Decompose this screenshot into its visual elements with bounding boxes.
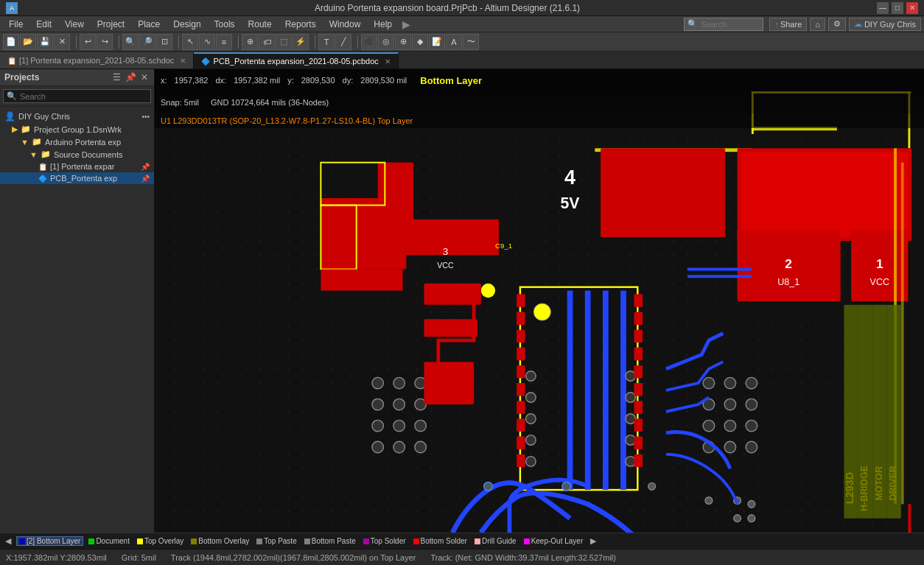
menu-view[interactable]: View [59, 16, 90, 32]
layer-toppaste-label: Top Paste [264, 537, 296, 545]
account-button[interactable]: ☁ DIY Guy Chris [849, 18, 921, 31]
home-button[interactable]: ⌂ [810, 18, 825, 31]
panel-pin-button[interactable]: 📌 [124, 72, 138, 83]
tab-pcb[interactable]: 🔷 PCB_Portenta expansion_2021-08-05.pcbd… [194, 52, 398, 69]
bus-button[interactable]: ≡ [216, 34, 232, 50]
pcb-file-icon: 🔷 [38, 175, 47, 183]
tree-item-schematic-file[interactable]: 📋 [1] Portenta expar 📌 [0, 161, 154, 172]
x-value: 1957,382 [175, 76, 209, 85]
title-bar: A Arduino Portenta expansion board.PrjPc… [0, 0, 924, 16]
layer-keepout-dot [524, 538, 530, 544]
pcb-btn7[interactable]: 〜 [463, 34, 479, 50]
pcb-btn4[interactable]: ◆ [412, 34, 428, 50]
pcb-btn3[interactable]: ⊕ [395, 34, 411, 50]
tree-more-button[interactable]: ••• [141, 113, 150, 121]
panel-close-button[interactable]: ✕ [139, 72, 150, 83]
select-button[interactable]: ↖ [182, 34, 198, 50]
layer-botsolder-label: Bottom Solder [421, 537, 467, 545]
menu-project[interactable]: Project [91, 16, 130, 32]
layer-document[interactable]: Document [86, 537, 132, 545]
tab-bar: 📋 [1] Portenta expansion_2021-08-05.schd… [0, 52, 924, 69]
menu-edit[interactable]: Edit [30, 16, 57, 32]
maximize-button[interactable]: □ [892, 2, 903, 14]
new-doc-button[interactable]: 📄 [3, 34, 19, 50]
add-comp-button[interactable]: ⊕ [242, 34, 258, 50]
x-label: x: [161, 76, 167, 85]
menu-tools[interactable]: Tools [209, 16, 241, 32]
svg-point-33 [415, 420, 426, 431]
close-doc-button[interactable]: ✕ [54, 34, 70, 50]
layer-bottom-paste[interactable]: Bottom Paste [302, 537, 358, 545]
tree-item-project-group[interactable]: ▶ 📁 Project Group 1.DsnWrk [0, 123, 154, 136]
svg-rect-113 [634, 418, 643, 431]
layer-drill-guide[interactable]: Drill Guide [472, 537, 519, 545]
layer-bottom-layer[interactable]: [2] Bottom Layer [16, 536, 83, 546]
svg-rect-71 [901, 163, 904, 505]
text-button[interactable]: T [318, 34, 335, 50]
layer-doc-dot [88, 538, 94, 544]
layer-bottom-solder[interactable]: Bottom Solder [411, 537, 469, 545]
power-port-button[interactable]: ⚡ [293, 34, 309, 50]
schematic-pin-icon: 📌 [141, 163, 150, 171]
panel-search-input[interactable] [20, 92, 147, 101]
close-button[interactable]: ✕ [906, 2, 918, 14]
main-layout: Projects ☰ 📌 ✕ 🔍 👤 DIY Guy Chris ••• ▶ [0, 69, 924, 533]
tab-close-schematic[interactable]: ✕ [180, 57, 186, 65]
tree-item-source-docs[interactable]: ▼ 📁 Source Documents [0, 148, 154, 161]
share-button[interactable]: ↑ Share [769, 18, 807, 31]
tree-item-user[interactable]: 👤 DIY Guy Chris ••• [0, 110, 154, 123]
svg-point-53 [526, 457, 536, 467]
pcb-btn1[interactable]: ⬛ [361, 34, 377, 50]
layer-keepout[interactable]: Keep-Out Layer [522, 537, 586, 545]
menu-window[interactable]: Window [323, 16, 367, 32]
layer-topoverlay-label: Top Overlay [144, 537, 183, 545]
top-search-box[interactable]: 🔍 [684, 18, 763, 31]
top-search-input[interactable] [701, 20, 760, 29]
pcb-canvas-area[interactable]: x: 1957,382 dx: 1957,382 mil y: 2809,530… [155, 69, 924, 533]
pcb-viewport[interactable]: 4 5V 3 VCC 2 U8_1 1 VCC L293D H-BRIDGE M… [155, 91, 924, 533]
layer-top-overlay[interactable]: Top Overlay [135, 537, 186, 545]
pcb-btn6[interactable]: A [446, 34, 462, 50]
panel-menu-button[interactable]: ☰ [111, 72, 122, 83]
menu-place[interactable]: Place [132, 16, 166, 32]
tree-item-arduino[interactable]: ▼ 📁 Arduino Portenta exp [0, 136, 154, 148]
line-button[interactable]: ╱ [335, 34, 351, 50]
layer-bottom-dot [19, 538, 25, 544]
wire-button[interactable]: ∿ [199, 34, 215, 50]
layer-bottom-overlay[interactable]: Bottom Overlay [189, 537, 251, 545]
redo-button[interactable]: ↪ [97, 34, 113, 50]
tree-item-pcb-file[interactable]: 🔷 PCB_Portenta exp 📌 [0, 172, 154, 184]
undo-button[interactable]: ↩ [80, 34, 96, 50]
menu-route[interactable]: Route [242, 16, 278, 32]
port-button[interactable]: ⬚ [276, 34, 292, 50]
net-label-button[interactable]: 🏷 [259, 34, 275, 50]
svg-text:1: 1 [876, 256, 883, 271]
zoom-in-button[interactable]: 🔍 [122, 34, 139, 50]
svg-rect-96 [517, 294, 525, 306]
menu-file[interactable]: File [3, 16, 29, 32]
zoom-fit-button[interactable]: ⊡ [156, 34, 172, 50]
layer-scroll-right[interactable]: ▶ [588, 536, 598, 546]
minimize-button[interactable]: — [877, 2, 889, 14]
save-button[interactable]: 💾 [37, 34, 53, 50]
svg-text:5V: 5V [561, 194, 581, 212]
svg-rect-114 [634, 437, 643, 449]
menu-help[interactable]: Help [368, 16, 398, 32]
tab-schematic[interactable]: 📋 [1] Portenta expansion_2021-08-05.schd… [0, 52, 194, 69]
info-bar: Snap: 5mil GND 10724,664 mils (36-Nodes) [155, 91, 924, 113]
settings-button[interactable]: ⚙ [828, 18, 846, 31]
layer-scroll-left[interactable]: ◀ [3, 536, 13, 546]
svg-text:2: 2 [785, 256, 792, 271]
svg-point-56 [626, 414, 636, 424]
pcb-btn2[interactable]: ◎ [378, 34, 394, 50]
open-button[interactable]: 📂 [20, 34, 36, 50]
svg-text:C9_1: C9_1 [495, 242, 512, 250]
menu-reports[interactable]: Reports [279, 16, 322, 32]
pcb-btn5[interactable]: 📝 [429, 34, 445, 50]
zoom-out-button[interactable]: 🔎 [139, 34, 155, 50]
menu-design[interactable]: Design [167, 16, 206, 32]
layer-top-paste[interactable]: Top Paste [254, 537, 298, 545]
tab-close-pcb[interactable]: ✕ [385, 57, 391, 66]
svg-rect-108 [634, 330, 643, 343]
layer-top-solder[interactable]: Top Solder [361, 537, 408, 545]
